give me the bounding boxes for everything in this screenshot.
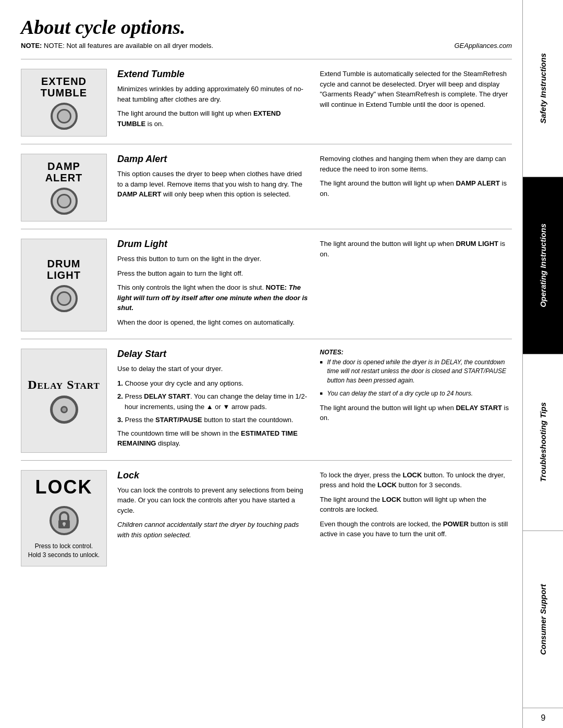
- extend-tumble-content: Extend Tumble Minimizes wrinkles by addi…: [117, 69, 512, 137]
- main-content: About cycle options. NOTE: NOTE: Not all…: [0, 0, 522, 728]
- extend-tumble-section: EXTEND TUMBLE Extend Tumble Minimizes wr…: [21, 59, 512, 144]
- lock-icon-circle: [49, 505, 79, 538]
- sidebar-operating: Operating Instructions: [523, 177, 563, 354]
- delay-start-bullet-1: If the door is opened while the dryer is…: [320, 358, 512, 385]
- damp-alert-content: Damp Alert This option causes the dryer …: [117, 154, 512, 221]
- extend-tumble-col-right: Extend Tumble is automatically selected …: [320, 69, 512, 137]
- extend-tumble-title: Extend Tumble: [117, 69, 310, 80]
- delay-start-section: Delay Start Delay Start Use to delay the…: [21, 339, 512, 460]
- sidebar-safety: Safety Instructions: [523, 0, 563, 177]
- drum-light-text-1: Press this button to turn on the light i…: [117, 254, 310, 264]
- lock-text-2: Children cannot accidentally start the d…: [117, 520, 310, 540]
- delay-start-col-right: NOTES: If the door is opened while the d…: [320, 349, 512, 453]
- drum-light-label: DRUM LIGHT: [47, 258, 81, 281]
- extend-tumble-text-2: The light around the button will light u…: [117, 108, 310, 129]
- page-wrapper: About cycle options. NOTE: NOTE: Not all…: [0, 0, 563, 728]
- delay-start-icon-box: Delay Start: [21, 349, 107, 453]
- damp-alert-icon-box: DAMP ALERT: [21, 154, 107, 221]
- lock-title: Lock: [117, 470, 310, 481]
- page-number: 9: [523, 708, 563, 728]
- drum-light-text-4: When the door is opened, the light comes…: [117, 317, 310, 328]
- lock-col-left: Lock You can lock the controls to preven…: [117, 470, 310, 566]
- lock-right-text-2: The light around the LOCK button will li…: [320, 495, 512, 515]
- website: GEAppliances.com: [454, 42, 512, 50]
- extend-tumble-col-left: Extend Tumble Minimizes wrinkles by addi…: [117, 69, 310, 137]
- drum-light-circle-inner: [57, 291, 71, 306]
- damp-alert-right-text-2: The light around the button will light u…: [320, 178, 512, 199]
- svg-rect-3: [63, 524, 65, 526]
- lock-right-text-3: Even though the controls are locked, the…: [320, 519, 512, 539]
- page-title: About cycle options.: [21, 16, 512, 39]
- lock-col-right: To lock the dryer, press the LOCK button…: [320, 470, 512, 566]
- delay-start-title: Delay Start: [117, 349, 310, 360]
- damp-alert-right-text-1: Removing clothes and hanging them when t…: [320, 154, 512, 174]
- delay-start-notes-label: NOTES:: [320, 349, 512, 356]
- damp-alert-section: DAMP ALERT Damp Alert This option causes…: [21, 144, 512, 229]
- damp-alert-col-right: Removing clothes and hanging them when t…: [320, 154, 512, 221]
- lock-icon-box: LOCK Press to lock control.: [21, 470, 107, 566]
- damp-alert-circle-inner: [57, 194, 71, 208]
- extend-tumble-circle-icon: [51, 103, 78, 130]
- lock-bottom-text: Press to lock control. Hold 3 seconds to…: [28, 542, 100, 560]
- delay-start-label: Delay Start: [28, 378, 100, 391]
- extend-tumble-label: EXTEND TUMBLE: [41, 76, 87, 98]
- extend-tumble-text-1: Minimizes wrinkles by adding approximate…: [117, 84, 310, 104]
- drum-light-circle-icon: [51, 285, 78, 312]
- delay-start-step-2: 2. Press DELAY START. You can change the…: [117, 391, 310, 412]
- delay-start-content: Delay Start Use to delay the start of yo…: [117, 349, 512, 453]
- damp-alert-circle-icon: [51, 188, 78, 215]
- lock-label: LOCK: [35, 477, 93, 498]
- delay-start-right-bottom: The light around the button will light u…: [320, 403, 512, 423]
- damp-alert-label: DAMP ALERT: [45, 161, 83, 183]
- extend-tumble-circle-inner: [57, 109, 71, 124]
- drum-light-section: DRUM LIGHT Drum Light Press this button …: [21, 229, 512, 339]
- lock-section: LOCK Press to lock control.: [21, 460, 512, 574]
- drum-light-title: Drum Light: [117, 239, 310, 250]
- drum-light-icon-box: DRUM LIGHT: [21, 239, 107, 331]
- sidebar-consumer-label: Consumer Support: [538, 584, 548, 655]
- drum-light-content: Drum Light Press this button to turn on …: [117, 239, 512, 331]
- drum-light-text-2: Press the button again to turn the light…: [117, 268, 310, 279]
- sidebar-troubleshooting: Troubleshooting Tips: [523, 354, 563, 532]
- sidebar: Safety Instructions Operating Instructio…: [522, 0, 563, 728]
- lock-text-1: You can lock the controls to prevent any…: [117, 485, 310, 516]
- delay-start-step-3: 3. Press the START/PAUSE button to start…: [117, 415, 310, 425]
- drum-light-col-left: Drum Light Press this button to turn on …: [117, 239, 310, 331]
- note-text: NOTE: NOTE: Not all features are availab…: [21, 42, 213, 50]
- extend-tumble-icon-box: EXTEND TUMBLE: [21, 69, 107, 137]
- sidebar-troubleshooting-label: Troubleshooting Tips: [538, 402, 548, 482]
- lock-svg-icon: [49, 505, 79, 536]
- delay-start-circle-icon: [50, 396, 78, 424]
- sidebar-operating-label: Operating Instructions: [538, 224, 548, 307]
- drum-light-col-right: The light around the button will light u…: [320, 239, 512, 331]
- delay-start-text-0: Use to delay the start of your dryer.: [117, 364, 310, 374]
- delay-start-circle-inner: [60, 406, 68, 413]
- note-line: NOTE: NOTE: Not all features are availab…: [21, 42, 512, 50]
- delay-start-bullet-2: You can delay the start of a dry cycle u…: [320, 389, 512, 398]
- delay-start-step-1: 1. Choose your dry cycle and any options…: [117, 378, 310, 389]
- lock-content: Lock You can lock the controls to preven…: [117, 470, 512, 566]
- damp-alert-col-left: Damp Alert This option causes the dryer …: [117, 154, 310, 221]
- damp-alert-text-1: This option causes the dryer to beep whe…: [117, 169, 310, 200]
- drum-light-right-text: The light around the button will light u…: [320, 239, 512, 259]
- drum-light-text-3: This only controls the light when the do…: [117, 282, 310, 313]
- delay-start-col-left: Delay Start Use to delay the start of yo…: [117, 349, 310, 453]
- sidebar-safety-label: Safety Instructions: [538, 53, 548, 124]
- damp-alert-title: Damp Alert: [117, 154, 310, 165]
- extend-tumble-right-text: Extend Tumble is automatically selected …: [320, 69, 512, 109]
- delay-start-text-bottom: The countdown time will be shown in the …: [117, 428, 310, 449]
- lock-right-text-1: To lock the dryer, press the LOCK button…: [320, 470, 512, 490]
- sidebar-consumer: Consumer Support: [523, 531, 563, 708]
